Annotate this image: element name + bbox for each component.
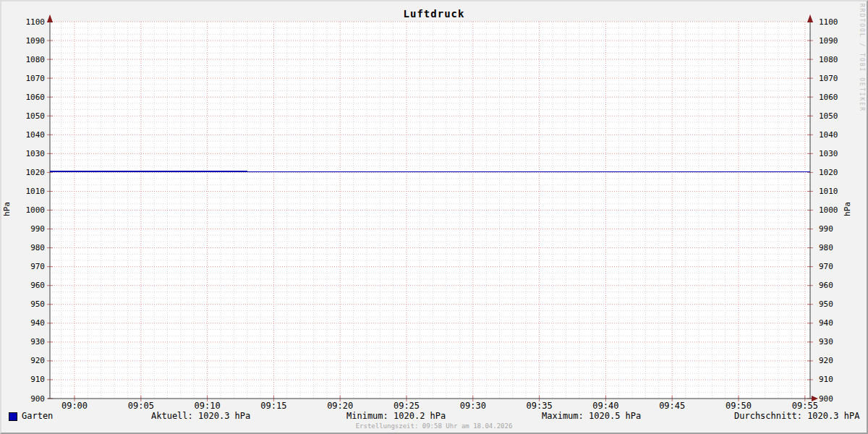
y-axis-label-right: hPa: [843, 187, 853, 231]
tick-label-y-right: 960: [819, 281, 833, 290]
tick-label-y-left: 1070: [26, 74, 46, 83]
tick-label-y-left: 910: [30, 375, 45, 384]
tick-label-x: 09:00: [61, 401, 88, 411]
tick-label-x: 09:05: [128, 401, 154, 411]
tick-label-y-right: 1100: [819, 17, 838, 27]
y-axis-label-left: hPa: [2, 187, 12, 231]
legend-series-label: Garten: [22, 411, 53, 421]
tick-label-y-left: 940: [30, 318, 45, 328]
tick-label-y-right: 1030: [819, 149, 838, 158]
tick-label-y-right: 1000: [819, 205, 838, 215]
tick-label-x: 09:25: [393, 401, 420, 411]
tick-label-y-right: 970: [819, 262, 833, 271]
chart-canvas: 1100110010901090108010801070107010601060…: [1, 1, 867, 433]
tick-label-y-right: 1090: [819, 36, 838, 46]
tick-label-y-left: 970: [30, 262, 45, 271]
tick-label-y-right: 1050: [819, 111, 838, 121]
tick-label-y-left: 1080: [26, 55, 46, 64]
stat-durchschnitt: Durchschnitt: 1020.3 hPA: [734, 411, 859, 421]
tick-label-y-right: 1080: [819, 55, 838, 64]
tick-label-y-left: 1050: [26, 111, 46, 121]
tick-label-y-left: 1020: [26, 168, 46, 177]
tick-label-y-left: 1000: [26, 205, 46, 215]
tick-label-y-left: 1100: [26, 17, 46, 27]
tick-label-y-left: 1030: [26, 149, 46, 158]
tick-label-y-left: 1090: [26, 36, 46, 46]
tick-label-x: 09:20: [327, 401, 353, 411]
y-axis-arrow-left: [47, 14, 53, 22]
tick-label-x: 09:50: [726, 401, 752, 411]
tick-label-y-left: 960: [30, 281, 45, 290]
rrdtool-pressure-graph: Luftdruck RRDTOOL / TOBI OETIKER 1100110…: [0, 0, 868, 434]
tick-label-y-right: 910: [819, 375, 833, 384]
tick-label-x: 09:55: [792, 401, 818, 411]
tick-label-y-right: 980: [819, 243, 833, 252]
tick-label-y-right: 900: [819, 394, 833, 404]
stat-minimum: Minimum: 1020.2 hPa: [346, 411, 446, 421]
stat-maximum: Maximum: 1020.5 hPa: [542, 411, 641, 421]
tick-label-y-left: 1010: [26, 187, 46, 196]
tick-label-y-right: 1010: [819, 187, 838, 196]
stat-aktuell: Aktuell: 1020.3 hPa: [151, 411, 250, 421]
tick-label-y-left: 920: [30, 356, 45, 365]
tick-label-y-right: 920: [819, 356, 833, 365]
y-axis-arrow-right: [807, 14, 813, 22]
tick-label-y-left: 1060: [26, 93, 46, 102]
tick-label-y-left: 900: [30, 394, 45, 404]
tick-label-y-left: 980: [30, 243, 45, 252]
tick-label-y-right: 950: [819, 299, 833, 309]
tick-label-x: 09:10: [195, 401, 221, 411]
tick-label-y-right: 1040: [819, 130, 838, 140]
tick-label-x: 09:35: [527, 401, 553, 411]
tick-label-y-right: 940: [819, 318, 833, 328]
tick-label-y-left: 1040: [26, 130, 46, 140]
tick-label-x: 09:15: [260, 401, 286, 411]
tick-label-x: 09:40: [592, 401, 618, 411]
tick-label-y-right: 930: [819, 337, 833, 346]
tick-label-y-right: 1020: [819, 168, 838, 177]
tick-label-y-left: 990: [30, 224, 45, 234]
tick-label-x: 09:45: [659, 401, 685, 411]
tick-label-y-right: 990: [819, 224, 833, 234]
legend-swatch-garten: [9, 412, 17, 421]
data-line-garten: [50, 171, 810, 172]
tick-label-y-right: 1060: [819, 93, 838, 102]
tick-label-y-left: 950: [30, 299, 45, 309]
tick-label-x: 09:30: [460, 401, 486, 411]
tick-label-y-left: 930: [30, 337, 45, 346]
footer-creation-time: Erstellungszeit: 09:58 Uhr am 18.04.2026: [1, 422, 867, 430]
tick-label-y-right: 1070: [819, 74, 838, 83]
